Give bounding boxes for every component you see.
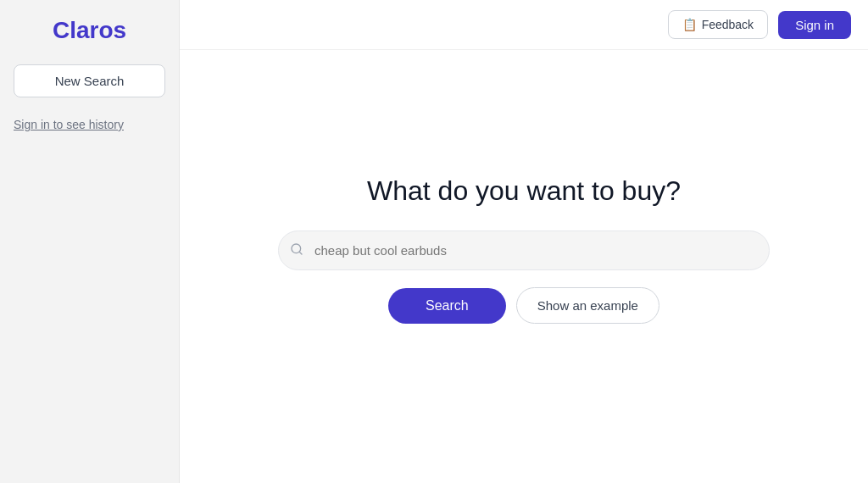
action-buttons: Search Show an example [388,287,659,324]
main-heading: What do you want to buy? [367,175,681,207]
sign-in-history-link[interactable]: Sign in to see history [14,118,124,131]
sidebar: Claros New Search Sign in to see history [0,0,180,483]
feedback-button[interactable]: 📋 Feedback [668,10,768,39]
main-content: 📋 Feedback Sign in What do you want to b… [180,0,868,483]
search-input[interactable] [278,230,770,270]
search-bar-wrapper [278,230,770,270]
topbar: 📋 Feedback Sign in [180,0,868,50]
feedback-icon: 📋 [682,18,697,31]
search-area: What do you want to buy? Search Show an … [180,50,868,483]
app-logo: Claros [53,17,126,44]
search-submit-button[interactable]: Search [388,288,506,324]
show-example-button[interactable]: Show an example [516,287,659,324]
new-search-button[interactable]: New Search [14,64,165,97]
sign-in-button[interactable]: Sign in [778,11,851,39]
feedback-label: Feedback [702,18,754,31]
